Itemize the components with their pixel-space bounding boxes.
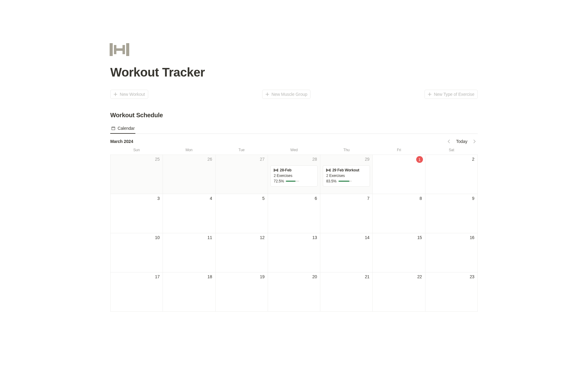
day-number: 7 [367, 196, 370, 201]
section-title: Workout Schedule [110, 112, 478, 119]
calendar-cell[interactable]: 27 [216, 155, 268, 194]
calendar-cell[interactable]: 12 [216, 233, 268, 272]
day-number: 21 [365, 274, 369, 279]
svg-rect-0 [110, 43, 113, 56]
calendar-cell[interactable]: 14 [320, 233, 373, 272]
weekday-wed: Wed [268, 148, 320, 155]
calendar-cell[interactable]: 19 [216, 272, 268, 312]
calendar-cell[interactable]: 3 [111, 194, 163, 233]
svg-rect-2 [116, 48, 123, 51]
plus-icon [427, 92, 432, 97]
day-number: 15 [417, 235, 422, 240]
day-number: 6 [315, 196, 317, 201]
day-number: 17 [155, 274, 160, 279]
day-number: 14 [365, 235, 369, 240]
calendar-cell[interactable]: 6 [268, 194, 320, 233]
day-number: 19 [260, 274, 265, 279]
day-number: 13 [312, 235, 317, 240]
day-number: 29 [365, 157, 369, 162]
dumbbell-icon [110, 40, 129, 59]
progress-bar [286, 181, 299, 182]
day-number: 3 [157, 196, 160, 201]
day-number: 25 [155, 157, 160, 162]
day-number: 10 [155, 235, 160, 240]
calendar-cell[interactable]: 1 [373, 155, 425, 194]
calendar-cell[interactable]: 16 [425, 233, 478, 272]
day-number: 2 [472, 157, 474, 162]
new-muscle-group-label: New Muscle Group [272, 92, 307, 97]
svg-rect-3 [123, 45, 125, 54]
calendar-cell[interactable]: 15 [373, 233, 425, 272]
calendar-cell[interactable]: 2 [425, 155, 478, 194]
calendar-cell[interactable]: 9 [425, 194, 478, 233]
day-number: 4 [210, 196, 212, 201]
calendar-grid: 2526272828-Feb2 Exercises72.5%2929 Feb W… [110, 155, 478, 312]
svg-rect-4 [126, 43, 129, 56]
calendar-cell[interactable]: 26 [163, 155, 215, 194]
plus-icon [113, 92, 118, 97]
calendar-cell[interactable]: 21 [320, 272, 373, 312]
svg-rect-13 [327, 169, 328, 171]
calendar-cell[interactable]: 25 [111, 155, 163, 194]
day-number: 28 [312, 157, 317, 162]
svg-rect-16 [330, 169, 330, 172]
today-button[interactable]: Today [454, 138, 469, 144]
weekday-mon: Mon [163, 148, 215, 155]
day-number: 11 [207, 235, 212, 240]
weekday-tue: Tue [215, 148, 268, 155]
svg-rect-10 [277, 169, 277, 171]
progress-bar [338, 181, 352, 182]
calendar-cell[interactable]: 5 [216, 194, 268, 233]
event-progress: 72.5% [274, 179, 314, 183]
weekday-thu: Thu [320, 148, 373, 155]
tabs-row: Calendar [110, 124, 478, 134]
calendar-cell[interactable]: 4 [163, 194, 215, 233]
svg-rect-14 [328, 170, 329, 170]
page-title: Workout Tracker [110, 66, 478, 79]
calendar-cell[interactable]: 13 [268, 233, 320, 272]
tab-calendar-label: Calendar [118, 126, 135, 131]
day-number: 23 [470, 274, 474, 279]
dumbbell-icon [274, 168, 278, 172]
new-workout-button[interactable]: New Workout [110, 90, 148, 99]
event-subtitle: 2 Exercises [274, 174, 314, 178]
calendar-cell[interactable]: 23 [425, 272, 478, 312]
calendar-cell[interactable]: 8 [373, 194, 425, 233]
day-number: 20 [312, 274, 317, 279]
new-exercise-type-button[interactable]: New Type of Exercise [424, 90, 478, 99]
day-number: 9 [472, 196, 474, 201]
next-month-button[interactable] [471, 138, 478, 145]
calendar-month-label: March 2024 [110, 139, 133, 144]
day-number: 12 [260, 235, 265, 240]
tab-calendar[interactable]: Calendar [110, 124, 135, 134]
svg-rect-12 [326, 169, 327, 172]
day-number: 22 [417, 274, 422, 279]
prev-month-button[interactable] [446, 138, 452, 145]
calendar-icon [111, 126, 116, 131]
calendar-cell[interactable]: 2828-Feb2 Exercises72.5% [268, 155, 320, 194]
workout-event-card[interactable]: 28-Feb2 Exercises72.5% [270, 165, 318, 187]
weekday-row: Sun Mon Tue Wed Thu Fri Sat [110, 148, 478, 155]
calendar-cell[interactable]: 11 [163, 233, 215, 272]
calendar-cell[interactable]: 22 [373, 272, 425, 312]
progress-percent: 83.5% [326, 179, 336, 183]
calendar-cell[interactable]: 17 [111, 272, 163, 312]
day-number: 8 [420, 196, 422, 201]
svg-rect-6 [112, 128, 115, 130]
day-number: 18 [207, 274, 212, 279]
action-button-row: New Workout New Muscle Group New Type of… [110, 90, 478, 99]
day-number: 26 [207, 157, 212, 162]
calendar-cell[interactable]: 10 [111, 233, 163, 272]
dumbbell-icon [326, 168, 330, 172]
calendar-cell[interactable]: 18 [163, 272, 215, 312]
workout-event-card[interactable]: 29 Feb Workout2 Exercises83.5% [323, 165, 370, 187]
new-muscle-group-button[interactable]: New Muscle Group [262, 90, 311, 99]
day-number: 27 [260, 157, 265, 162]
calendar-cell[interactable]: 2929 Feb Workout2 Exercises83.5% [320, 155, 373, 194]
event-progress: 83.5% [326, 179, 367, 183]
svg-rect-15 [329, 169, 330, 171]
calendar-cell[interactable]: 20 [268, 272, 320, 312]
calendar-header: March 2024 Today [110, 138, 478, 145]
event-subtitle: 2 Exercises [326, 174, 367, 178]
calendar-cell[interactable]: 7 [320, 194, 373, 233]
